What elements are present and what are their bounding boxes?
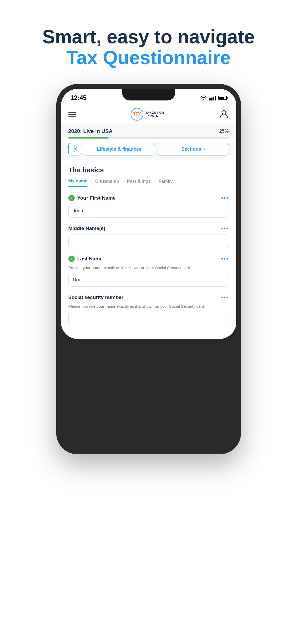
ssn-input[interactable] xyxy=(68,312,229,325)
status-time: 12:45 xyxy=(70,94,87,102)
sections-arrow: › xyxy=(203,146,205,152)
hamburger-line xyxy=(68,116,76,117)
tab-citizenship[interactable]: Citizenship xyxy=(95,179,119,187)
gear-button[interactable] xyxy=(68,143,81,155)
battery-fill xyxy=(219,97,224,99)
ssn-label: Social security number xyxy=(68,295,124,300)
field-ssn: Social security number ••• Please, provi… xyxy=(68,294,229,325)
logo-circle: TFX xyxy=(131,108,143,121)
tab-my-name[interactable]: My name xyxy=(68,178,88,187)
wifi-icon xyxy=(200,95,207,100)
ssn-desc: Please, provide your name exactly as it … xyxy=(68,303,229,309)
phone-frame: 12:45 xyxy=(56,84,241,454)
field-last-name-label-row: ✓ Last Name xyxy=(68,256,103,262)
lifestyle-label: Lifestyle & finances xyxy=(97,146,142,152)
ssn-more[interactable]: ••• xyxy=(221,294,229,301)
user-button[interactable] xyxy=(219,109,229,119)
logo-container: TFX TAXES FOR EXPATS xyxy=(131,108,164,121)
logo-text: TAXES FOR EXPATS xyxy=(145,111,164,117)
hamburger-button[interactable] xyxy=(68,112,76,117)
sep1: › xyxy=(91,179,92,186)
first-name-check: ✓ xyxy=(68,195,75,201)
first-name-label: Your First Name xyxy=(77,195,116,201)
tab-row: Lifestyle & finances Sections › xyxy=(61,143,236,160)
last-name-label: Last Name xyxy=(77,256,103,262)
check-icon: ✓ xyxy=(70,257,73,261)
svg-point-1 xyxy=(74,148,76,150)
field-first-name: ✓ Your First Name ••• xyxy=(68,195,229,218)
lifestyle-finances-button[interactable]: Lifestyle & finances xyxy=(84,143,155,155)
tab-past-filings[interactable]: Past filings xyxy=(127,179,151,187)
field-middle-name: Middle Name(s) ••• xyxy=(68,225,229,248)
logo-text-top: TAXES FOR xyxy=(145,111,164,114)
headline-line1: Smart, easy to navigate xyxy=(42,26,254,47)
field-first-name-label-row: ✓ Your First Name xyxy=(68,195,116,201)
sections-button[interactable]: Sections › xyxy=(158,143,229,155)
app-header: TFX TAXES FOR EXPATS xyxy=(61,105,236,124)
hamburger-line xyxy=(68,112,76,113)
phone-screen: 12:45 xyxy=(61,89,236,339)
battery-icon xyxy=(218,96,227,100)
phone-notch xyxy=(122,89,175,100)
check-icon: ✓ xyxy=(70,196,73,200)
field-last-name: ✓ Last Name ••• Provide your name exactl… xyxy=(68,255,229,287)
sections-label: Sections xyxy=(181,146,201,152)
user-icon xyxy=(219,109,229,118)
page-wrapper: Smart, easy to navigate Tax Questionnair… xyxy=(0,0,297,644)
last-name-more[interactable]: ••• xyxy=(221,255,229,262)
main-content: The basics My name › Citizenship › Past … xyxy=(61,160,236,339)
progress-bar-fill xyxy=(68,137,109,139)
progress-bar-bg xyxy=(68,137,229,139)
field-ssn-header: Social security number ••• xyxy=(68,294,229,301)
last-name-check: ✓ xyxy=(68,256,75,262)
last-name-desc: Provide your name exactly as it is shown… xyxy=(68,265,229,270)
logo-tfx-text: TFX xyxy=(133,112,141,117)
status-icons xyxy=(200,95,227,100)
first-name-more[interactable]: ••• xyxy=(221,195,229,201)
field-middle-name-header: Middle Name(s) ••• xyxy=(68,225,229,232)
headline: Smart, easy to navigate Tax Questionnair… xyxy=(42,26,254,68)
tab-family[interactable]: Family xyxy=(159,179,173,187)
sep2: › xyxy=(122,179,124,186)
progress-title: 2020: Live in USA xyxy=(68,128,113,134)
field-first-name-header: ✓ Your First Name ••• xyxy=(68,195,229,201)
svg-point-0 xyxy=(222,111,226,114)
sep3: › xyxy=(154,179,155,186)
sub-nav: My name › Citizenship › Past filings › F… xyxy=(68,178,229,187)
field-ssn-label-row: Social security number xyxy=(68,295,124,300)
logo-text-bottom: EXPATS xyxy=(145,114,164,117)
field-last-name-header: ✓ Last Name ••• xyxy=(68,255,229,262)
hamburger-line xyxy=(68,114,76,115)
headline-line2: Tax Questionnaire xyxy=(42,47,254,68)
signal-icon xyxy=(209,95,216,100)
field-middle-name-label-row: Middle Name(s) xyxy=(68,226,105,231)
progress-header: 2020: Live in USA 25% xyxy=(68,128,229,134)
middle-name-label: Middle Name(s) xyxy=(68,226,105,231)
progress-percent: 25% xyxy=(219,128,229,134)
middle-name-more[interactable]: ••• xyxy=(221,225,229,232)
first-name-input[interactable] xyxy=(68,204,229,218)
middle-name-input[interactable] xyxy=(68,234,229,248)
progress-section: 2020: Live in USA 25% xyxy=(61,124,236,139)
last-name-input[interactable] xyxy=(68,273,229,287)
gear-icon xyxy=(72,146,78,152)
section-title: The basics xyxy=(68,166,229,174)
